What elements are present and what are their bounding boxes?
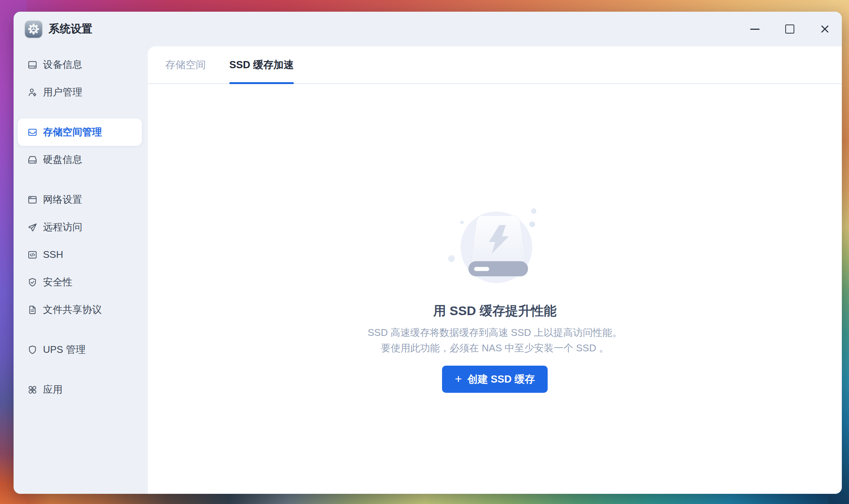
sidebar-item-label: 文件共享协议	[43, 303, 102, 316]
empty-state-title: 用 SSD 缓存提升性能	[433, 302, 557, 319]
window-title: 系统设置	[49, 21, 92, 37]
sidebar-item-label: 远程访问	[43, 221, 82, 234]
ssd-drive-illustration	[447, 207, 542, 283]
plus-icon: +	[455, 373, 462, 385]
tab-bar: 存储空间SSD 缓存加速	[148, 46, 842, 84]
maximize-button[interactable]	[781, 21, 798, 37]
sidebar-group: 设备信息用户管理	[14, 51, 148, 106]
content-panel: 存储空间SSD 缓存加速	[148, 46, 842, 494]
description-line-1: SSD 高速缓存将数据缓存到高速 SSD 上以提高访问性能。	[368, 327, 622, 338]
sidebar-item-ssh[interactable]: SSH	[18, 241, 142, 268]
sidebar-item-device-info[interactable]: 设备信息	[18, 51, 142, 78]
sidebar-group: 存储空间管理硬盘信息	[14, 118, 148, 173]
user-gear-icon	[27, 87, 38, 98]
hard-disk-icon	[27, 155, 38, 165]
sidebar-item-storage-management[interactable]: 存储空间管理	[18, 118, 142, 146]
sidebar-item-label: SSH	[43, 249, 63, 260]
sidebar-group: UPS 管理	[14, 336, 148, 363]
minimize-icon	[750, 29, 760, 30]
minimize-button[interactable]	[746, 21, 763, 37]
sidebar-item-label: 硬盘信息	[43, 153, 82, 166]
sidebar-item-label: UPS 管理	[43, 343, 86, 356]
sidebar-item-disk-info[interactable]: 硬盘信息	[18, 146, 142, 173]
sidebar-item-security[interactable]: 安全性	[18, 268, 142, 296]
sidebar-item-apps[interactable]: 应用	[18, 376, 142, 403]
sidebar-item-remote-access[interactable]: 远程访问	[18, 213, 142, 241]
sidebar-item-label: 用户管理	[43, 86, 82, 99]
maximize-icon	[785, 25, 794, 34]
close-button[interactable]	[817, 21, 833, 37]
sidebar-item-label: 存储空间管理	[43, 126, 102, 139]
sidebar-item-label: 设备信息	[43, 58, 82, 71]
tab-ssd-cache[interactable]: SSD 缓存加速	[229, 46, 294, 83]
network-icon	[27, 195, 38, 205]
sidebar-item-ups-management[interactable]: UPS 管理	[18, 336, 142, 363]
tab-storage-space[interactable]: 存储空间	[165, 46, 206, 83]
window-body: 设备信息用户管理存储空间管理硬盘信息网络设置远程访问SSH安全性文件共享协议UP…	[14, 46, 842, 494]
apps-icon	[27, 385, 38, 395]
sidebar-item-user-management[interactable]: 用户管理	[18, 78, 142, 106]
close-icon	[819, 23, 831, 35]
sidebar-item-label: 安全性	[43, 276, 72, 289]
storage-tray-icon	[27, 127, 38, 138]
sidebar-item-network-settings[interactable]: 网络设置	[18, 186, 142, 213]
device-icon	[27, 60, 38, 70]
sidebar-item-file-sharing[interactable]: 文件共享协议	[18, 296, 142, 323]
ssd-cache-empty-state: 用 SSD 缓存提升性能 SSD 高速缓存将数据缓存到高速 SSD 上以提高访问…	[148, 84, 842, 494]
send-icon	[27, 222, 38, 233]
system-settings-window: 系统设置 设备信息用户管理存储空间管理硬盘信息网络设置远程访问SSH安全性文件共…	[14, 12, 842, 494]
sidebar-item-label: 应用	[43, 383, 63, 396]
shield-icon	[27, 345, 38, 355]
create-ssd-cache-button[interactable]: + 创建 SSD 缓存	[442, 366, 548, 393]
description-line-2: 要使用此功能，必须在 NAS 中至少安装一个 SSD 。	[381, 342, 609, 354]
file-doc-icon	[27, 305, 38, 315]
shield-check-icon	[27, 277, 38, 288]
sidebar-group: 网络设置远程访问SSH安全性文件共享协议	[14, 186, 148, 323]
gear-icon	[25, 20, 42, 38]
sidebar-item-label: 网络设置	[43, 193, 82, 206]
sidebar-group: 应用	[14, 376, 148, 403]
ssh-code-icon	[27, 250, 38, 260]
sidebar: 设备信息用户管理存储空间管理硬盘信息网络设置远程访问SSH安全性文件共享协议UP…	[14, 46, 148, 494]
empty-state-description: SSD 高速缓存将数据缓存到高速 SSD 上以提高访问性能。 要使用此功能，必须…	[368, 325, 622, 356]
create-button-label: 创建 SSD 缓存	[468, 372, 535, 386]
window-controls	[746, 21, 833, 37]
titlebar: 系统设置	[14, 12, 842, 46]
